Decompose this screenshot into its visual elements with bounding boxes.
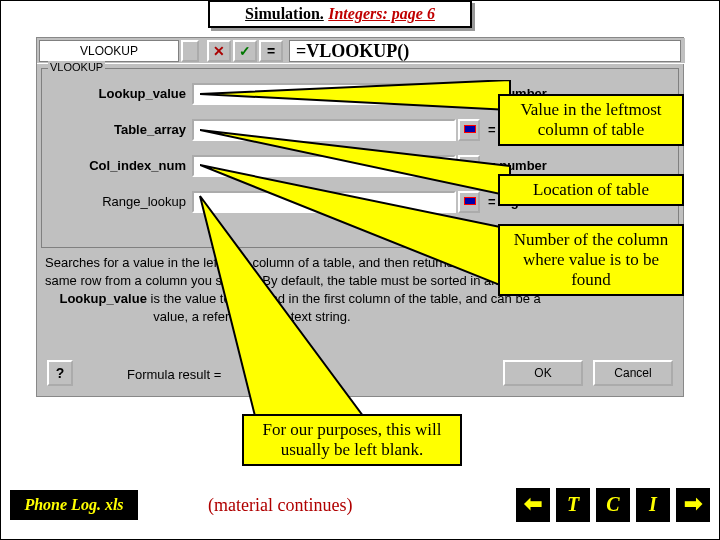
nav-back-button[interactable]: ⬅ xyxy=(516,488,550,522)
confirm-formula-button[interactable]: ✓ xyxy=(233,40,257,62)
formula-input[interactable]: =VLOOKUP() xyxy=(289,40,681,62)
callout-range-lookup: For our purposes, this will usually be l… xyxy=(242,414,462,466)
continues-label: (material continues) xyxy=(208,495,352,516)
help-button[interactable]: ? xyxy=(47,360,73,386)
arg-label-lookup-value: Lookup_value xyxy=(42,83,186,105)
nav-i-button[interactable]: I xyxy=(636,488,670,522)
equals-button[interactable]: = xyxy=(259,40,283,62)
file-badge[interactable]: Phone Log. xls xyxy=(10,490,138,520)
nav-c-button[interactable]: C xyxy=(596,488,630,522)
ok-button[interactable]: OK xyxy=(503,360,583,386)
title-box: Simulation. Integers: page 6 xyxy=(208,0,472,28)
nav-forward-button[interactable]: ➡ xyxy=(676,488,710,522)
name-box[interactable]: VLOOKUP xyxy=(39,40,179,62)
cancel-button[interactable]: Cancel xyxy=(593,360,673,386)
formula-bar: VLOOKUP ✕ ✓ = =VLOOKUP() xyxy=(37,38,685,64)
svg-marker-3 xyxy=(200,196,366,420)
nav-t-button[interactable]: T xyxy=(556,488,590,522)
callout-lookup-value: Value in the leftmost column of table xyxy=(498,94,684,146)
title-sim: Simulation. xyxy=(245,5,324,22)
arg-label-table-array: Table_array xyxy=(42,119,186,141)
title-page: Integers: page 6 xyxy=(328,5,435,22)
arg-label-range-lookup: Range_lookup xyxy=(42,191,186,213)
arg-label-col-index: Col_index_num xyxy=(42,155,186,177)
callout-table-array: Location of table xyxy=(498,174,684,206)
fieldset-legend: VLOOKUP xyxy=(48,61,105,73)
cancel-formula-button[interactable]: ✕ xyxy=(207,40,231,62)
callout-col-index: Number of the column where value is to b… xyxy=(498,224,684,296)
name-dropdown-button[interactable] xyxy=(181,40,199,62)
nav-buttons: ⬅ T C I ➡ xyxy=(516,488,710,522)
callout-pointer-4 xyxy=(196,190,416,430)
desc-lookup-bold: Lookup_value xyxy=(59,291,146,306)
svg-marker-0 xyxy=(200,80,510,110)
